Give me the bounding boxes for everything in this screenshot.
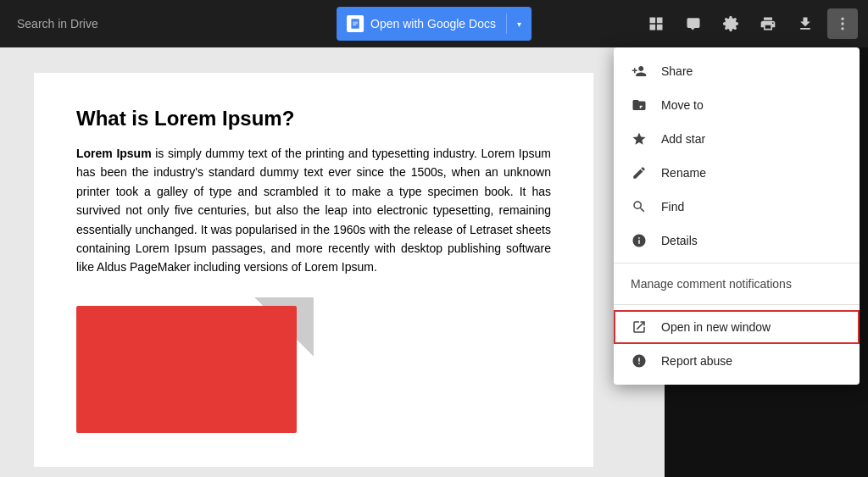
svg-point-7 bbox=[841, 27, 843, 30]
menu-divider-1 bbox=[614, 263, 860, 263]
doc-image bbox=[76, 297, 314, 433]
print-button[interactable] bbox=[753, 8, 783, 39]
share-label: Share bbox=[661, 64, 693, 78]
grid-view-button[interactable] bbox=[641, 8, 671, 39]
menu-item-share[interactable]: Share bbox=[614, 54, 860, 88]
rename-label: Rename bbox=[661, 166, 706, 180]
menu-item-details[interactable]: Details bbox=[614, 224, 860, 258]
menu-divider-2 bbox=[614, 304, 860, 305]
settings-button[interactable] bbox=[715, 8, 746, 39]
more-options-button[interactable] bbox=[827, 8, 858, 39]
doc-page: What is Lorem Ipsum? Lorem Ipsum is simp… bbox=[34, 73, 593, 467]
report-icon bbox=[631, 352, 648, 369]
svg-rect-2 bbox=[353, 23, 358, 24]
chevron-down-icon: ▾ bbox=[517, 19, 521, 29]
doc-heading: What is Lorem Ipsum? bbox=[76, 107, 551, 130]
menu-item-open-new-window[interactable]: Open in new window bbox=[614, 310, 860, 344]
toolbar: Search in Drive Open with Google Docs ▾ bbox=[0, 0, 868, 47]
button-divider bbox=[506, 14, 507, 34]
open-with-google-docs-button[interactable]: Open with Google Docs ▾ bbox=[337, 7, 531, 41]
comment-button[interactable] bbox=[678, 8, 709, 39]
person-add-icon bbox=[631, 63, 648, 80]
open-new-window-label: Open in new window bbox=[661, 320, 771, 334]
document-area: What is Lorem Ipsum? Lorem Ipsum is simp… bbox=[0, 47, 665, 477]
details-label: Details bbox=[661, 234, 698, 247]
svg-point-6 bbox=[841, 22, 843, 25]
svg-point-5 bbox=[841, 18, 843, 20]
menu-item-add-star[interactable]: Add star bbox=[614, 122, 860, 156]
dropdown-menu: Share Move to Add star Rename Find Detai… bbox=[614, 47, 860, 385]
search-icon bbox=[631, 198, 648, 215]
menu-item-report-abuse[interactable]: Report abuse bbox=[614, 344, 860, 378]
edit-icon bbox=[631, 164, 648, 181]
svg-rect-3 bbox=[353, 25, 356, 25]
menu-item-find[interactable]: Find bbox=[614, 190, 860, 224]
info-icon bbox=[631, 232, 648, 249]
report-abuse-label: Report abuse bbox=[661, 354, 732, 368]
open-in-new-icon bbox=[631, 319, 648, 336]
download-button[interactable] bbox=[790, 8, 821, 39]
move-to-label: Move to bbox=[661, 98, 704, 112]
find-label: Find bbox=[661, 200, 684, 214]
menu-item-rename[interactable]: Rename bbox=[614, 156, 860, 190]
manage-comment-label: Manage comment notifications bbox=[614, 269, 860, 299]
open-with-label: Open with Google Docs bbox=[370, 17, 496, 31]
doc-body: Lorem Ipsum is simply dummy text of the … bbox=[76, 144, 551, 277]
docs-icon bbox=[347, 15, 364, 32]
svg-rect-1 bbox=[353, 22, 358, 23]
image-red-block bbox=[76, 306, 297, 433]
toolbar-right bbox=[641, 8, 858, 39]
star-icon bbox=[631, 130, 648, 147]
add-star-label: Add star bbox=[661, 132, 705, 146]
menu-item-move-to[interactable]: Move to bbox=[614, 88, 860, 122]
folder-move-icon bbox=[631, 97, 648, 114]
search-area: Search in Drive bbox=[10, 17, 641, 31]
